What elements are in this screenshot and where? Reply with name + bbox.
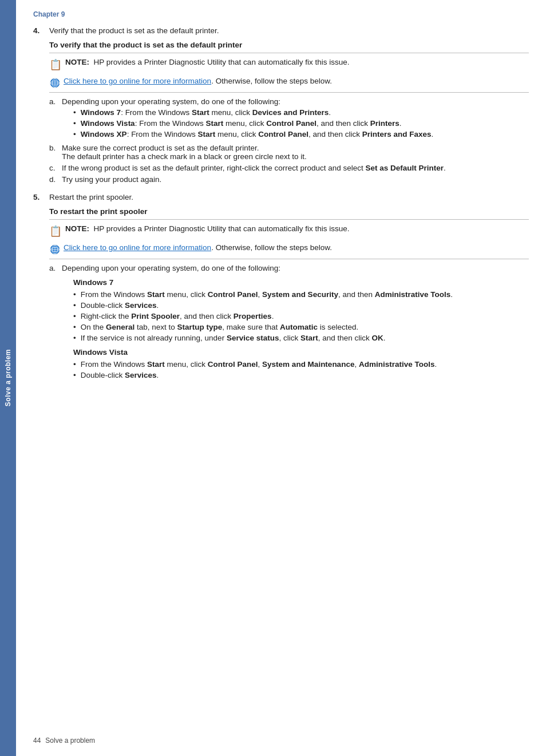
step-4b: b. Make sure the correct product is set … [49,144,529,161]
win7-bullet-4: On the General tab, next to Startup type… [73,323,529,331]
divider-1 [49,53,529,53]
step-5-globe-link: Click here to go online for more informa… [49,243,529,255]
bullet-win7: Windows 7: From the Windows Start menu, … [73,108,529,117]
bullet-winxp: Windows XP: From the Windows Start menu,… [73,130,529,138]
chapter-header: Chapter 9 [33,10,529,18]
winvista-bullet-2: Double-click Services. [73,371,529,379]
win7-bullet-3: Right-click the Print Spooler, and then … [73,312,529,320]
win7-bullet-2: Double-click Services. [73,301,529,310]
note-icon-2: 📋 [49,225,62,238]
footer-page-number: 44 [33,737,41,745]
step-4-number: 4. [33,26,49,35]
step-4a: a. Depending upon your operating system,… [49,97,529,141]
win7-bullet-5: If the service is not already running, u… [73,334,529,342]
globe-icon [49,77,61,89]
step-5-link-text: Click here to go online for more informa… [64,243,332,252]
globe-icon-2 [49,244,61,255]
step-5: 5. Restart the print spooler. To restart… [33,193,529,385]
footer-section: Solve a problem [45,737,95,745]
step-4-alpha-list: a. Depending upon your operating system,… [49,97,529,184]
step-5a: a. Depending upon your operating system,… [49,264,529,382]
step-4-note-box: 📋 NOTE: HP provides a Printer Diagnostic… [49,58,529,71]
step-5-content: Restart the print spooler. To restart th… [49,193,529,385]
step-4-link[interactable]: Click here to go online for more informa… [64,77,211,85]
step-4-content: Verify that the product is set as the de… [49,26,529,187]
step-5-alpha-list: a. Depending upon your operating system,… [49,264,529,382]
windows7-heading: Windows 7 [73,278,529,287]
step-4-main-text: Verify that the product is set as the de… [49,26,529,35]
sidebar: Solve a problem [0,0,16,756]
winvista-bullet-1: From the Windows Start menu, click Contr… [73,360,529,369]
divider-3 [49,219,529,220]
main-content: Chapter 9 4. Verify that the product is … [16,0,546,756]
step-4c: c. If the wrong product is set as the de… [49,164,529,172]
step-4-globe-link: Click here to go online for more informa… [49,77,529,89]
step-5-sub-heading: To restart the print spooler [49,207,529,216]
win7-bullet-1: From the Windows Start menu, click Contr… [73,290,529,299]
step-4-sub-heading: To verify that the product is set as the… [49,41,529,49]
windowsvista-heading: Windows Vista [73,348,529,357]
step-5-number: 5. [33,193,49,201]
divider-4 [49,259,529,259]
divider-2 [49,92,529,93]
step-5-note-box: 📋 NOTE: HP provides a Printer Diagnostic… [49,224,529,238]
step-4d: d. Try using your product again. [49,175,529,184]
step-4: 4. Verify that the product is set as the… [33,26,529,187]
note-icon: 📋 [49,58,62,71]
step-5-note-text: NOTE: HP provides a Printer Diagnostic U… [65,224,349,233]
step-4-note-text: NOTE: HP provides a Printer Diagnostic U… [65,58,349,66]
footer: 44 Solve a problem [33,737,95,745]
step-5-link[interactable]: Click here to go online for more informa… [64,243,211,252]
step-4-link-text: Click here to go online for more informa… [64,77,332,85]
step-4a-bullets: Windows 7: From the Windows Start menu, … [73,108,529,138]
bullet-winvista: Windows Vista: From the Windows Start me… [73,119,529,128]
win7-bullets: From the Windows Start menu, click Contr… [73,290,529,342]
step-5-main-text: Restart the print spooler. [49,193,529,201]
sidebar-label: Solve a problem [4,349,12,406]
winvista-bullets: From the Windows Start menu, click Contr… [73,360,529,379]
